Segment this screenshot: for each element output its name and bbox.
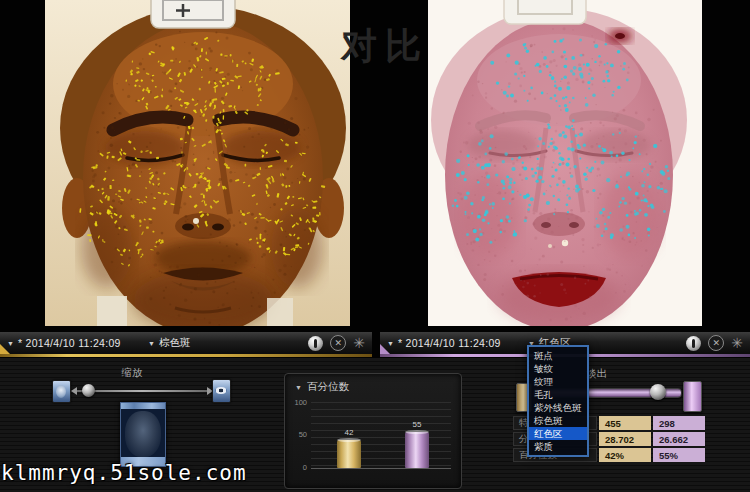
table-cell-right: 26.662 (653, 432, 705, 446)
fade-slider-label: 淡出 (586, 367, 646, 381)
left-toolbar-icons: ✕ ✳ (308, 335, 372, 351)
zoom-slider-label: 缩放 (96, 366, 168, 380)
zoom-in-eye-icon[interactable] (212, 379, 231, 403)
left-image-toolbar: ▼ * 2014/4/10 11:24:09 ▼ 棕色斑 ✕ ✳ (0, 332, 372, 354)
percentile-chart-panel: ▼ 百分位数 100 50 0 42 55 (284, 373, 462, 489)
eye-icon (215, 387, 227, 394)
bar-left-brown-spots (337, 440, 361, 468)
fade-right-swatch[interactable] (683, 381, 702, 412)
table-cell-left: 42% (599, 448, 651, 462)
menu-item-texture[interactable]: 纹理 (529, 375, 587, 388)
chevron-down-icon[interactable]: ▼ (7, 340, 14, 347)
menu-item-pores[interactable]: 毛孔 (529, 388, 587, 401)
navigation-thumbnail[interactable] (120, 402, 166, 467)
zoom-slider-track[interactable] (76, 390, 208, 392)
left-face-image (45, 0, 350, 326)
chevron-down-icon: ▼ (148, 340, 155, 347)
chevron-down-icon[interactable]: ▼ (387, 340, 394, 347)
right-face-image (428, 0, 702, 326)
aperture-icon[interactable]: ✳ (353, 336, 365, 351)
thumbnail-face (125, 411, 161, 457)
zoom-slider-handle[interactable] (82, 384, 95, 397)
left-timestamp: * 2014/4/10 11:24:09 (18, 337, 121, 349)
close-icon[interactable]: ✕ (330, 335, 346, 351)
chevron-down-icon: ▼ (295, 384, 302, 391)
table-cell-left: 455 (599, 416, 651, 430)
left-mode-dropdown-button[interactable]: ▼ 棕色斑 (148, 332, 190, 354)
bar-value-right: 55 (405, 420, 429, 429)
bar-value-left: 42 (337, 428, 361, 437)
contrast-icon[interactable] (686, 336, 701, 351)
ytick-100: 100 (291, 398, 307, 407)
menu-item-uv-spots[interactable]: 紫外线色斑 (529, 401, 587, 414)
ytick-0: 0 (291, 463, 307, 472)
chart-plot-area: 42 55 (311, 402, 451, 469)
table-cell-left: 28.702 (599, 432, 651, 446)
thumbnail-header-strip (121, 403, 165, 409)
small-face-icon (56, 385, 66, 398)
menu-item-porphyrins[interactable]: 紫质 (529, 440, 587, 453)
table-cell-right: 55% (653, 448, 705, 462)
contrast-icon[interactable] (308, 336, 323, 351)
ytick-50: 50 (291, 430, 307, 439)
zoom-out-face-icon[interactable] (52, 380, 71, 403)
right-photo-red-areas[interactable] (428, 0, 702, 326)
site-watermark: klmmryq.51sole.com (1, 461, 247, 485)
close-icon[interactable]: ✕ (708, 335, 724, 351)
chart-header[interactable]: ▼ 百分位数 (285, 374, 461, 394)
skin-analysis-app: 对比 ▼ * 2014/4/10 11:24:09 ▼ 棕色斑 ✕ ✳ ▼ * … (0, 0, 750, 492)
chart-title: 百分位数 (307, 380, 349, 394)
feature-dropdown-menu: 斑点 皱纹 纹理 毛孔 紫外线色斑 棕色斑 红色区 紫质 (527, 345, 589, 457)
left-photo-brown-spots[interactable] (45, 0, 350, 326)
bar-right-red-areas (405, 432, 429, 468)
aperture-icon[interactable]: ✳ (731, 336, 743, 351)
left-panel-accent-line (0, 354, 372, 357)
menu-item-wrinkles[interactable]: 皱纹 (529, 362, 587, 375)
right-timestamp: * 2014/4/10 11:24:09 (398, 337, 501, 349)
right-toolbar-icons: ✕ ✳ (686, 335, 750, 351)
fade-slider-handle[interactable] (650, 384, 666, 400)
menu-item-spots[interactable]: 斑点 (529, 349, 587, 362)
compare-watermark: 对比 (341, 22, 429, 71)
menu-item-brown-spots[interactable]: 棕色斑 (529, 414, 587, 427)
menu-item-red-areas[interactable]: 红色区 (529, 427, 587, 440)
left-mode-label: 棕色斑 (159, 336, 191, 350)
table-cell-right: 298 (653, 416, 705, 430)
